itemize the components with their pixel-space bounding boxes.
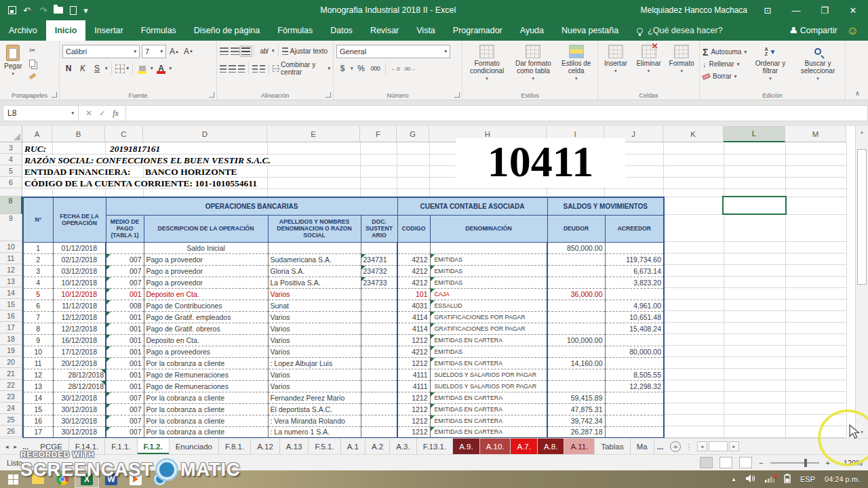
table-cell[interactable] bbox=[361, 403, 397, 415]
table-cell[interactable]: 15,408.24 bbox=[605, 323, 664, 334]
comma-style-button[interactable]: 000 bbox=[370, 62, 382, 75]
table-cell[interactable]: Por la cobranza a cliente bbox=[144, 415, 268, 426]
ribbon-tab-inicio[interactable]: Inicio bbox=[46, 20, 86, 41]
column-header-M[interactable]: M bbox=[785, 126, 846, 142]
table-cell[interactable] bbox=[361, 288, 397, 300]
align-middle-icon[interactable] bbox=[231, 47, 239, 55]
row-header-25[interactable]: 25 bbox=[0, 414, 22, 426]
table-cell[interactable]: El deportista S.A.C. bbox=[268, 403, 361, 415]
horizontal-scrollbar[interactable]: ◂▸ bbox=[697, 441, 739, 451]
align-center-icon[interactable] bbox=[229, 65, 235, 73]
table-cell[interactable]: 36,000.00 bbox=[547, 288, 605, 300]
sheet-tab-a9[interactable]: A.9. bbox=[453, 439, 479, 454]
save-icon[interactable] bbox=[8, 6, 16, 14]
table-cell[interactable]: Pago a proveedor bbox=[144, 277, 268, 288]
paste-dropdown-arrow[interactable]: ▾ bbox=[12, 71, 15, 77]
vertical-scroll-thumb[interactable] bbox=[857, 149, 867, 285]
sheet-tab-ma[interactable]: Ma bbox=[631, 439, 654, 454]
table-cell[interactable] bbox=[605, 334, 664, 346]
table-cell[interactable] bbox=[361, 300, 397, 311]
column-header-G[interactable]: G bbox=[397, 126, 429, 142]
table-cell[interactable]: EMITIDAS EN CARTERA bbox=[430, 334, 547, 346]
table-cell[interactable]: 3 bbox=[23, 265, 53, 277]
font-size-select[interactable]: 7▾ bbox=[142, 45, 166, 58]
tell-me-search[interactable]: ¿Qué desea hacer? bbox=[627, 20, 732, 41]
row-header-11[interactable]: 11 bbox=[0, 253, 22, 264]
table-cell[interactable]: Pago de Gratif. obreros bbox=[144, 323, 268, 334]
sheet-tab-a1[interactable]: A.1 bbox=[341, 439, 366, 454]
page-break-view-icon[interactable] bbox=[739, 457, 752, 468]
number-format-select[interactable]: General▾ bbox=[336, 45, 450, 58]
collapse-ribbon-icon[interactable]: ∧ bbox=[855, 89, 860, 97]
cell-styles-button[interactable]: Estilos de celda▾ bbox=[557, 43, 595, 89]
table-cell[interactable] bbox=[547, 265, 605, 277]
sheet-overflow-ellipsis[interactable]: ... bbox=[654, 439, 667, 454]
table-cell[interactable]: Varios bbox=[268, 369, 361, 380]
row-header-4[interactable]: 4 bbox=[0, 154, 22, 165]
row-header-22[interactable]: 22 bbox=[0, 380, 22, 391]
table-cell[interactable] bbox=[547, 380, 605, 392]
row-header-26[interactable]: 26 bbox=[0, 426, 22, 437]
sheet-tab-a2[interactable]: A.2 bbox=[366, 439, 390, 454]
table-cell[interactable]: 59,415.89 bbox=[547, 392, 605, 403]
table-cell[interactable]: EMITIDAS bbox=[430, 277, 547, 288]
row-header-15[interactable]: 15 bbox=[0, 299, 22, 310]
row-header-14[interactable]: 14 bbox=[0, 287, 22, 299]
table-cell[interactable]: Por la cobranza a cliente bbox=[144, 403, 268, 415]
table-cell[interactable] bbox=[605, 426, 664, 438]
table-cell[interactable]: CAJA bbox=[430, 288, 547, 300]
qat-customize-icon[interactable]: ▾ bbox=[83, 5, 88, 16]
table-cell[interactable]: 4114 bbox=[397, 323, 430, 334]
insert-cells-button[interactable]: Insertar▾ bbox=[601, 43, 631, 89]
taskbar-file-explorer[interactable] bbox=[26, 470, 50, 488]
table-cell[interactable] bbox=[547, 346, 605, 357]
zoom-out-icon[interactable]: − bbox=[759, 459, 763, 467]
table-cell[interactable]: 12/12/2018 bbox=[53, 323, 106, 334]
table-cell[interactable]: 30/12/2018 bbox=[53, 403, 106, 415]
table-cell[interactable]: 14,160.00 bbox=[547, 357, 605, 369]
table-cell[interactable]: EMITIDAS bbox=[430, 265, 547, 277]
row-header-13[interactable]: 13 bbox=[0, 276, 22, 287]
autosum-button[interactable]: ΣAutosuma▾ bbox=[703, 46, 747, 58]
table-cell[interactable]: ESSALUD bbox=[430, 300, 547, 311]
table-cell[interactable]: SUELDOS Y SALARIOS POR PAGAR bbox=[430, 369, 547, 380]
table-cell[interactable]: Por la cobranza a cliente bbox=[144, 357, 268, 369]
sheet-tab-enunciado[interactable]: Enunciado bbox=[170, 439, 219, 454]
table-cell[interactable]: 02/12/2018 bbox=[53, 253, 106, 265]
decrease-decimal-button[interactable]: .00→ bbox=[403, 62, 416, 75]
zoom-slider[interactable] bbox=[770, 462, 819, 464]
table-cell[interactable]: 3,823.20 bbox=[605, 277, 664, 288]
ribbon-tab-insertar[interactable]: Insertar bbox=[85, 20, 132, 41]
table-cell[interactable]: 001 bbox=[106, 311, 144, 323]
table-cell[interactable]: 007 bbox=[106, 426, 144, 438]
table-cell[interactable]: 007 bbox=[106, 253, 144, 265]
zoom-slider-thumb[interactable] bbox=[804, 459, 807, 467]
ribbon-display-options-icon[interactable]: ⊡ bbox=[760, 5, 776, 16]
format-cells-button[interactable]: Formato▾ bbox=[667, 43, 696, 89]
table-cell[interactable]: EMITIDAS EN CARTERA bbox=[430, 415, 547, 426]
table-cell[interactable]: : Vera Miranda Rolando bbox=[268, 415, 361, 426]
increase-decimal-button[interactable]: ←.0 bbox=[389, 62, 401, 75]
sheet-tab-a11[interactable]: A.11. bbox=[564, 439, 595, 454]
table-cell[interactable]: 15 bbox=[23, 403, 53, 415]
align-left-icon[interactable] bbox=[220, 65, 226, 73]
clock[interactable]: 04:24 p.m. bbox=[825, 475, 860, 483]
undo-icon[interactable]: ↶▾ bbox=[23, 5, 33, 16]
table-cell[interactable]: 01/12/2018 bbox=[53, 242, 106, 253]
sheet-tab-a3[interactable]: A.3. bbox=[390, 439, 416, 454]
ribbon-tab-ayuda[interactable]: Ayuda bbox=[511, 20, 553, 41]
feedback-smiley-icon[interactable]: ☺ bbox=[847, 25, 859, 37]
table-cell[interactable] bbox=[361, 323, 397, 334]
table-cell[interactable] bbox=[605, 288, 664, 300]
table-cell[interactable]: 8 bbox=[23, 323, 53, 334]
table-cell[interactable]: Sunat bbox=[268, 300, 361, 311]
table-cell[interactable]: Por la cobranza a cliente bbox=[144, 426, 268, 438]
table-cell[interactable]: 20/12/2018 bbox=[53, 357, 106, 369]
ribbon-tab-diseño-de-página[interactable]: Diseño de página bbox=[185, 20, 269, 41]
row-header-10[interactable]: 10 bbox=[0, 241, 22, 253]
table-cell[interactable]: Varios bbox=[268, 334, 361, 346]
sheet-tab-a13[interactable]: A.13 bbox=[280, 439, 309, 454]
battery-icon[interactable] bbox=[784, 474, 791, 485]
select-all-corner[interactable] bbox=[0, 126, 22, 142]
language-indicator[interactable]: ESP bbox=[800, 475, 815, 483]
